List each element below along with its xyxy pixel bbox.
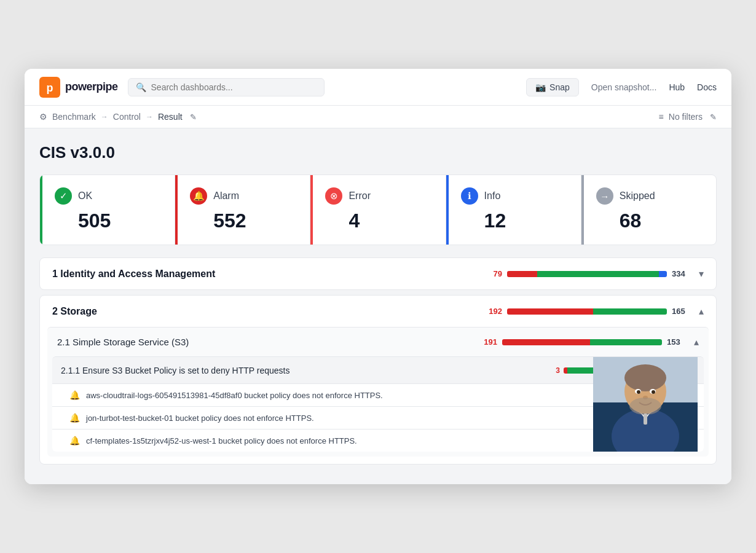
search-input[interactable] [151,82,317,92]
detail-2-1-1-bar-right: 83 [666,366,683,375]
info-label: Info [484,190,501,202]
status-card-alarm: 🔔 Alarm 552 [175,175,310,245]
detail-2-1-1-bar-left: 3 [543,366,560,375]
benchmark-icon: ⚙ [39,112,47,122]
error-label: Error [348,190,371,202]
section-2-bar-left: 192 [485,307,502,316]
breadcrumb: ⚙ Benchmark → Control → Result ✎ ≡ No fi… [25,106,731,128]
camera-icon: 📷 [535,82,546,92]
section-1: 1 Identity and Access Management 79 334 … [39,257,717,290]
section-1-bar-left: 79 [485,269,502,278]
alarm-label: Alarm [213,190,239,202]
alarm-text-2: jon-turbot-test-bucket-01 bucket policy … [86,414,669,423]
status-card-ok: ✓ OK 505 [40,175,175,245]
status-card-info: ℹ Info 12 [446,175,581,245]
alarm-id-3: 3081 [679,436,695,445]
alarm-item-1: 🔔 aws-cloudtrail-logs-605491513981-45df8… [52,383,704,406]
alarm-item-2: 🔔 jon-turbot-test-bucket-01 bucket polic… [52,406,704,429]
breadcrumb-arrow-1: → [101,112,108,121]
section-1-bar-right: 334 [672,269,689,278]
snap-button[interactable]: 📷 Snap [526,78,579,96]
alarm-bell-icon-2: 🔔 [69,413,80,423]
section-1-header[interactable]: 1 Identity and Access Management 79 334 … [40,258,716,289]
alarm-bell-icon-1: 🔔 [69,390,80,400]
skipped-label: Skipped [620,190,655,202]
breadcrumb-result[interactable]: Result [158,112,183,122]
logo-text: powerpipe [65,80,118,93]
section-2-chevron[interactable]: ▴ [699,305,704,317]
alarm-bell-icon-3: 🔔 [69,436,80,445]
hub-link[interactable]: Hub [669,82,685,92]
skipped-count: 68 [596,210,701,232]
info-icon: ℹ [461,187,478,205]
section-2-header[interactable]: 2 Storage 192 165 ▴ [40,296,716,327]
status-card-skipped: → Skipped 68 [581,175,716,245]
subsection-2-1-title: 2.1 Simple Storage Service (S3) [57,337,480,347]
subsection-2-1-bar-track [502,339,662,345]
no-filters-label: No filters [669,112,703,122]
logo: p powerpipe [39,77,118,98]
header-actions: 📷 Snap Open snapshot... Hub Docs [526,78,717,96]
filter-icon: ≡ [659,112,664,122]
breadcrumb-control[interactable]: Control [113,112,141,122]
search-box[interactable]: 🔍 [128,78,325,96]
open-snapshot-link[interactable]: Open snapshot... [591,82,657,92]
detail-2-1-1: 2.1.1 Ensure S3 Bucket Policy is set to … [52,356,704,452]
section-1-title: 1 Identity and Access Management [52,269,485,280]
search-icon: 🔍 [136,82,146,92]
ok-icon: ✓ [55,187,72,205]
svg-text:p: p [47,82,53,94]
detail-2-1-1-header[interactable]: 2.1.1 Ensure S3 Bucket Policy is set to … [52,357,704,383]
detail-2-1-1-chevron[interactable]: ▴ [690,364,695,376]
page-title: CIS v3.0.0 [39,143,717,162]
subsection-2-1-header[interactable]: 2.1 Simple Storage Service (S3) 191 153 … [47,327,709,356]
section-1-chevron[interactable]: ▾ [699,268,704,280]
alarm-id-1: 13981 [675,391,695,399]
status-card-error: ⊗ Error 4 [310,175,446,245]
section-1-bar-area: 79 334 [485,269,689,278]
header: p powerpipe 🔍 📷 Snap Open snapshot... Hu… [25,69,731,106]
breadcrumb-benchmark[interactable]: Benchmark [52,112,96,122]
skipped-icon: → [596,187,613,205]
alarm-text-3: cf-templates-1s5tzrjxv4j52-us-west-1 buc… [86,436,672,445]
alarm-count: 552 [190,210,295,232]
section-2-title: 2 Storage [52,306,485,317]
subsection-2-1-bar-area: 191 153 [480,337,684,347]
ok-count: 505 [55,210,160,232]
section-2-bar-area: 192 165 [485,307,689,316]
detail-2-1-1-bar-track [564,367,662,374]
subsection-2-1: 2.1 Simple Storage Service (S3) 191 153 … [47,327,709,457]
detail-2-1-1-title: 2.1.1 Ensure S3 Bucket Policy is set to … [61,366,543,375]
breadcrumb-arrow-2: → [146,112,153,121]
section-2: 2 Storage 192 165 ▴ 2.1 Simple Storage S… [39,295,717,465]
section-2-bar-right: 165 [672,307,689,316]
subsection-2-1-bar-right: 153 [667,337,684,347]
ok-label: OK [78,190,92,202]
section-1-bar-track [507,271,667,277]
subsection-2-1-chevron[interactable]: ▴ [694,336,699,348]
status-cards: ✓ OK 505 🔔 Alarm 552 ⊗ Error 4 [39,175,717,245]
detail-2-1-1-bar-area: 3 83 [543,366,683,375]
alarm-item-3: 🔔 cf-templates-1s5tzrjxv4j52-us-west-1 b… [52,429,704,452]
section-2-bar-track [507,308,667,315]
breadcrumb-edit-icon[interactable]: ✎ [190,112,197,122]
breadcrumb-right: ≡ No filters ✎ [659,112,717,122]
subsection-2-1-bar-left: 191 [480,337,497,347]
logo-icon: p [39,77,60,98]
alarm-icon: 🔔 [190,187,207,205]
alarm-text-1: aws-cloudtrail-logs-605491513981-45df8af… [86,391,669,400]
error-icon: ⊗ [325,187,342,205]
info-count: 12 [461,210,566,232]
alarm-id-2: 13981 [675,414,695,422]
filter-edit-icon[interactable]: ✎ [710,112,717,122]
docs-link[interactable]: Docs [697,82,717,92]
error-count: 4 [325,210,430,232]
content: CIS v3.0.0 ✓ OK 505 🔔 Alarm 552 [25,128,731,484]
